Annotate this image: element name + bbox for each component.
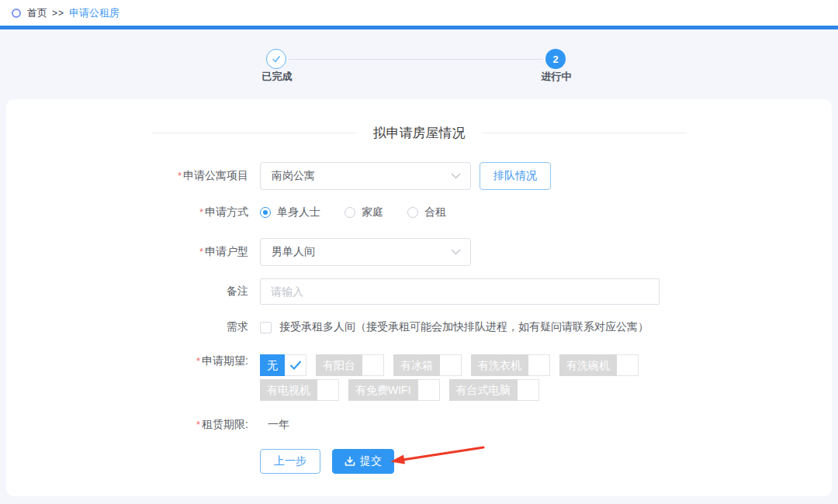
tag-checkbox <box>285 354 306 376</box>
previous-step-button[interactable]: 上一步 <box>260 449 320 474</box>
tag-checkbox <box>617 354 639 376</box>
application-form: *申请公寓项目 南岗公寓 排队情况 *申请方式 单身人士 <box>6 162 832 474</box>
step-active-circle: 2 <box>545 49 566 69</box>
row-room-type: *申请户型 男单人间 <box>6 238 832 266</box>
room-type-select[interactable]: 男单人间 <box>260 238 471 266</box>
tag-fridge[interactable]: 有冰箱 <box>393 354 462 376</box>
form-title-block: 拟申请房屋情况 <box>151 124 687 142</box>
radio-label: 家庭 <box>362 205 383 219</box>
demand-label: 需求 <box>6 320 248 334</box>
chevron-down-icon <box>451 173 461 179</box>
project-select[interactable]: 南岗公寓 <box>260 162 471 190</box>
chevron-down-icon <box>451 249 461 255</box>
tag-washing-machine[interactable]: 有洗衣机 <box>471 354 550 376</box>
tag-checkbox <box>528 354 550 376</box>
expectation-tags: 无 有阳台 有冰箱 <box>260 354 663 401</box>
row-demand: 需求 接受承租多人间（接受承租可能会加快排队进程，如有疑问请联系对应公寓） <box>6 320 832 334</box>
tag-checkbox <box>440 354 462 376</box>
check-icon <box>271 54 282 64</box>
row-expectations: *申请期望: 无 有阳台 <box>6 354 832 401</box>
required-asterisk: * <box>178 170 182 181</box>
title-right-line <box>483 133 687 133</box>
demand-checkbox[interactable] <box>260 322 272 333</box>
submit-upload-icon <box>345 456 355 467</box>
step-progress: 2 已完成 进行中 <box>0 29 838 99</box>
breadcrumb-separator: >> <box>52 8 64 19</box>
tag-none[interactable]: 无 <box>260 354 306 376</box>
breadcrumb-home[interactable]: 首页 <box>27 6 47 20</box>
step-connector <box>289 59 543 60</box>
step-done-label: 已完成 <box>262 70 293 84</box>
submit-button[interactable]: 提交 <box>332 449 394 474</box>
submit-button-label: 提交 <box>360 454 382 468</box>
tag-checkbox <box>418 379 440 401</box>
tag-balcony[interactable]: 有阳台 <box>316 354 384 376</box>
remark-input[interactable] <box>260 278 660 305</box>
required-asterisk: * <box>199 246 203 257</box>
expectations-label: *申请期望: <box>6 354 248 368</box>
row-buttons: 上一步 提交 <box>6 449 832 474</box>
step-done-circle <box>266 49 286 69</box>
room-type-select-value: 男单人间 <box>272 245 451 259</box>
radio-family[interactable]: 家庭 <box>345 205 383 219</box>
tag-checkbox <box>317 379 339 401</box>
queue-status-button[interactable]: 排队情况 <box>480 162 551 190</box>
step-active-number: 2 <box>552 54 558 65</box>
apply-type-label: *申请方式 <box>6 205 248 219</box>
radio-label: 单身人士 <box>277 205 320 219</box>
radio-icon <box>407 207 418 218</box>
lease-term-label: *租赁期限: <box>6 418 248 432</box>
row-apply-type: *申请方式 单身人士 家庭 合租 <box>6 205 832 219</box>
remark-label: 备注 <box>6 285 248 299</box>
form-title: 拟申请房屋情况 <box>356 124 483 142</box>
radio-single-person[interactable]: 单身人士 <box>260 205 320 219</box>
row-lease-term: *租赁期限: 一年 <box>6 418 832 432</box>
title-left-line <box>151 133 356 133</box>
radio-shared-rent[interactable]: 合租 <box>407 205 446 219</box>
breadcrumb-current[interactable]: 申请公租房 <box>69 6 119 20</box>
radio-icon <box>260 207 271 218</box>
step-active-label: 进行中 <box>542 70 572 84</box>
tag-free-wifi[interactable]: 有免费WIFI <box>348 379 440 401</box>
tag-tv[interactable]: 有电视机 <box>260 379 339 401</box>
required-asterisk: * <box>196 419 200 430</box>
room-type-label: *申请户型 <box>6 245 248 259</box>
tag-dishwasher[interactable]: 有洗碗机 <box>559 354 639 376</box>
row-remark: 备注 <box>6 278 832 305</box>
row-project: *申请公寓项目 南岗公寓 排队情况 <box>6 162 832 190</box>
tag-checkbox <box>518 379 539 401</box>
check-icon <box>289 361 302 371</box>
tag-desktop-computer[interactable]: 有台式电脑 <box>449 379 539 401</box>
form-card: 拟申请房屋情况 *申请公寓项目 南岗公寓 排队情况 *申请方式 <box>6 99 832 496</box>
breadcrumb-bar: 首页 >> 申请公租房 <box>0 0 838 26</box>
radio-label: 合租 <box>424 205 446 219</box>
demand-checkbox-text: 接受承租多人间（接受承租可能会加快排队进程，如有疑问请联系对应公寓） <box>279 320 649 334</box>
tag-checkbox <box>362 354 384 376</box>
project-select-value: 南岗公寓 <box>272 169 451 183</box>
radio-icon <box>345 207 355 218</box>
lease-term-value: 一年 <box>268 418 289 432</box>
required-asterisk: * <box>199 206 203 218</box>
home-ring-icon <box>12 9 21 18</box>
project-label: *申请公寓项目 <box>6 169 248 183</box>
required-asterisk: * <box>196 355 200 367</box>
